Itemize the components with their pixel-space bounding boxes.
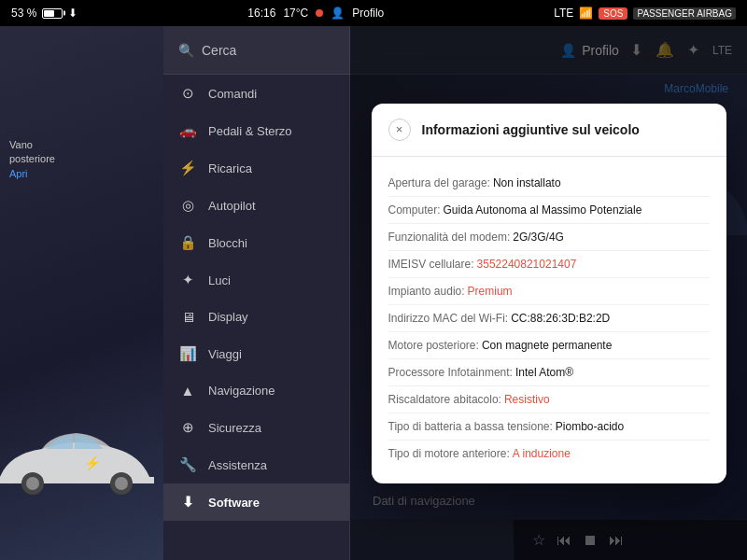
blocchi-icon: 🔒 [178,234,197,251]
status-bar: 53 % ⬇ 16:16 17°C 👤 Profilo LTE 📶 SOS PA… [0,0,747,26]
motore-ant-label: Tipo di motore anteriore: [388,445,510,462]
apri-button[interactable]: Apri [9,167,55,181]
motore-post-label: Motore posteriore: [388,337,479,354]
sidebar-label-assistenza: Assistenza [208,458,267,472]
svg-text:⚡: ⚡ [84,455,101,471]
navigazione-icon: ▲ [178,383,197,399]
batteria-value: Piombo-acido [556,418,624,435]
assistenza-icon: 🔧 [178,456,197,473]
audio-label: Impianto audio: [388,283,465,300]
sidebar-item-viaggi[interactable]: 📊 Viaggi [163,335,349,372]
modal-overlay: × Informazioni aggiuntive sul veicolo Ap… [350,26,747,560]
sidebar-item-luci[interactable]: ✦ Luci [163,261,349,299]
sidebar-label-luci: Luci [208,273,231,287]
sidebar-label-comandi: Comandi [208,87,257,101]
search-label: Cerca [202,43,236,58]
car-panel: Vano posteriore Apri ⚡ [0,26,163,560]
mac-value: CC:88:26:3D:B2:2D [511,310,610,327]
modal-row-mac: Indirizzo MAC del Wi-Fi: CC:88:26:3D:B2:… [388,305,710,332]
garage-label: Apertura del garage: [388,175,490,191]
sidebar-item-comandi[interactable]: ⊙ Comandi [163,75,349,112]
modal-row-imeisv: IMEISV cellulare: 3552240821021407 [388,251,710,278]
sidebar-item-display[interactable]: 🖥 Display [163,299,349,335]
modal-row-processore: Processore Infotainment: Intel Atom® [388,359,710,386]
processore-label: Processore Infotainment: [388,364,513,381]
sidebar-label-navigazione: Navigazione [208,384,275,398]
sidebar-item-navigazione[interactable]: ▲ Navigazione [163,372,349,409]
sidebar-label-sicurezza: Sicurezza [208,421,261,435]
imeisv-value: 3552240821021407 [477,256,577,273]
sos-button[interactable]: SOS [599,7,627,20]
modal-row-batteria: Tipo di batteria a bassa tensione: Piomb… [388,413,710,441]
sicurezza-icon: ⊕ [178,419,197,436]
sidebar: 🔍 Cerca 👤 Profilo ⬇ 🔔 ✦ LTE ⊙ Comandi [163,26,350,560]
sidebar-item-sicurezza[interactable]: ⊕ Sicurezza [163,409,349,446]
pedali-icon: 🚗 [178,122,197,139]
time-display: 16:16 [247,7,275,20]
profile-icon: 👤 [331,7,345,20]
sidebar-label-blocchi: Blocchi [208,236,247,250]
profile-label: Profilo [352,7,384,20]
ricarica-icon: ⚡ [178,160,197,176]
display-icon: 🖥 [178,309,197,325]
modem-label: Funzionalità del modem: [388,229,511,245]
riscaldatore-value: Resistivo [504,391,550,408]
sidebar-item-ricarica[interactable]: ⚡ Ricarica [163,149,349,187]
search-icon: 🔍 [178,43,194,58]
signal-icon: 📶 [579,7,593,20]
modal-row-motore-post: Motore posteriore: Con magnete permanent… [388,332,710,359]
sidebar-label-software: Software [208,496,260,510]
riscaldatore-label: Riscaldatore abitacolo: [388,391,501,408]
comandi-icon: ⊙ [178,85,197,102]
status-bar-center: 16:16 17°C 👤 Profilo [247,7,384,20]
modal-body: Apertura del garage: Non installato Comp… [372,157,726,483]
download-icon: ⬇ [68,7,78,20]
luci-icon: ✦ [178,272,197,288]
main-content: MarcoMobile Software v11.1 (2024.8.9 0ca… [350,26,747,560]
sidebar-item-pedali[interactable]: 🚗 Pedali & Sterzo [163,112,349,149]
garage-value: Non installato [493,175,561,191]
sidebar-label-viaggi: Viaggi [208,347,242,361]
modal-row-audio: Impianto audio: Premium [388,278,710,305]
modal-row-riscaldatore: Riscaldatore abitacolo: Resistivo [388,386,710,413]
lte-label: LTE [554,7,573,20]
temperature-display: 17°C [283,7,308,20]
modem-value: 2G/3G/4G [513,229,564,245]
modal-row-motore-ant: Tipo di motore anteriore: A induzione [388,441,710,467]
sidebar-item-blocchi[interactable]: 🔒 Blocchi [163,224,349,261]
viaggi-icon: 📊 [178,345,197,362]
imeisv-label: IMEISV cellulare: [388,256,474,273]
motore-ant-value: A induzione [513,445,571,462]
status-bar-right: LTE 📶 SOS PASSENGER AIRBAG [554,7,736,20]
sidebar-label-ricarica: Ricarica [208,161,252,175]
sidebar-item-assistenza[interactable]: 🔧 Assistenza [163,446,349,483]
computer-value: Guida Autonoma al Massimo Potenziale [444,202,642,218]
record-indicator [316,9,323,17]
battery-icon [42,8,63,19]
batteria-label: Tipo di batteria a bassa tensione: [388,418,553,435]
processore-value: Intel Atom® [515,364,573,381]
app-container: Vano posteriore Apri ⚡ [0,26,747,560]
modal-close-button[interactable]: × [388,119,411,141]
svg-point-1 [26,477,39,490]
modal-title: Informazioni aggiuntive sul veicolo [422,122,640,137]
sidebar-item-autopilot[interactable]: ◎ Autopilot [163,187,349,224]
car-image: ⚡ [0,416,163,504]
sidebar-label-display: Display [208,310,248,324]
passenger-airbag-icon: PASSENGER AIRBAG [633,7,736,20]
search-area[interactable]: 🔍 Cerca [178,43,236,58]
vano-label: Vano posteriore Apri [9,138,55,181]
software-icon: ⬇ [178,494,197,511]
vehicle-info-modal: × Informazioni aggiuntive sul veicolo Ap… [372,104,726,483]
modal-header: × Informazioni aggiuntive sul veicolo [372,104,726,157]
battery-percentage: 53 % [11,7,36,20]
sidebar-label-pedali: Pedali & Sterzo [208,124,292,138]
modal-row-garage: Apertura del garage: Non installato [388,170,710,197]
sidebar-label-autopilot: Autopilot [208,199,256,213]
sidebar-item-software[interactable]: ⬇ Software [163,483,349,521]
computer-label: Computer: [388,202,441,218]
status-bar-left: 53 % ⬇ [11,7,78,20]
svg-point-3 [115,477,128,490]
sidebar-nav: ⊙ Comandi 🚗 Pedali & Sterzo ⚡ Ricarica ◎… [163,75,349,560]
motore-post-value: Con magnete permanente [482,337,612,354]
